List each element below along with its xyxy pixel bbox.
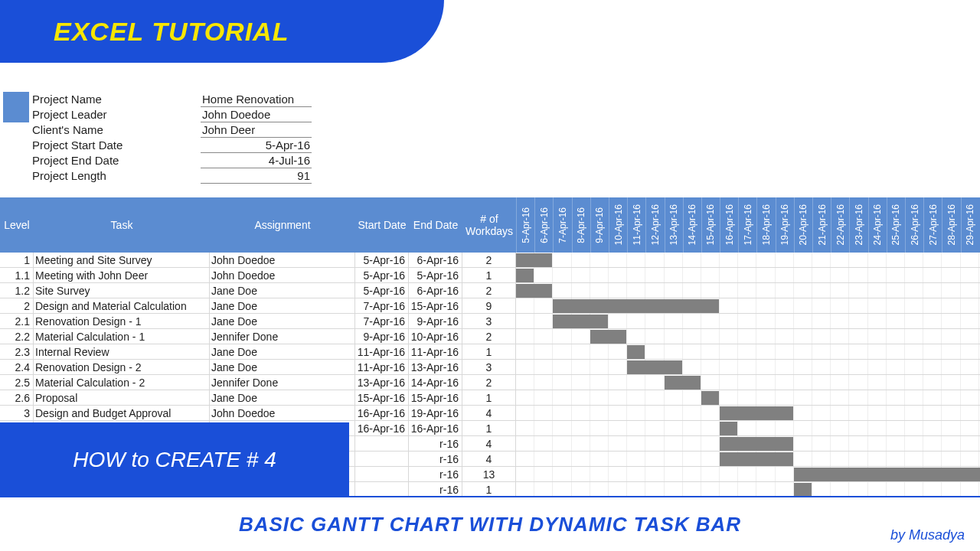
cell-wdays[interactable]: 3 — [462, 360, 516, 374]
cell-sdate[interactable]: 5-Apr-16 — [355, 283, 409, 298]
info-value[interactable]: John Deer — [201, 122, 312, 138]
cell-sdate[interactable]: 9-Apr-16 — [355, 329, 409, 344]
cell-task[interactable]: Meeting and Site Survey — [34, 253, 210, 267]
date-col[interactable]: 11-Apr-16 — [627, 197, 645, 253]
cell-edate[interactable]: 15-Apr-16 — [409, 298, 462, 313]
cell-wdays[interactable]: 1 — [462, 421, 516, 435]
cell-sdate[interactable]: 15-Apr-16 — [355, 390, 409, 405]
cell-task[interactable]: Internal Review — [34, 344, 210, 359]
gantt-bar[interactable] — [516, 284, 552, 298]
cell-level[interactable]: 1.2 — [0, 283, 34, 298]
date-col[interactable]: 26-Apr-16 — [905, 197, 923, 253]
info-value[interactable]: 4-Jul-16 — [201, 153, 312, 168]
cell-wdays[interactable]: 2 — [462, 329, 516, 344]
date-col[interactable]: 25-Apr-16 — [887, 197, 905, 253]
cell-wdays[interactable]: 1 — [462, 390, 516, 405]
cell-sdate[interactable] — [355, 467, 409, 481]
cell-edate[interactable]: 14-Apr-16 — [409, 375, 462, 390]
cell-wdays[interactable]: 9 — [462, 298, 516, 313]
cell-sdate[interactable]: 13-Apr-16 — [355, 375, 409, 390]
gantt-bar[interactable] — [627, 360, 682, 374]
cell-assign[interactable]: Jane Doe — [210, 298, 355, 313]
table-row[interactable]: 2Design and Material CalculationJane Doe… — [0, 298, 980, 314]
cell-level[interactable]: 1.1 — [0, 268, 34, 282]
cell-wdays[interactable]: 4 — [462, 406, 516, 420]
cell-edate[interactable]: 5-Apr-16 — [409, 268, 462, 282]
cell-wdays[interactable]: 1 — [462, 344, 516, 359]
cell-edate[interactable]: 10-Apr-16 — [409, 329, 462, 344]
cell-assign[interactable]: Jane Doe — [210, 390, 355, 405]
table-row[interactable]: 2.5Material Calculation - 2Jennifer Done… — [0, 375, 980, 390]
gantt-bar[interactable] — [720, 437, 793, 451]
gantt-bar[interactable] — [720, 422, 737, 435]
cell-edate[interactable]: 11-Apr-16 — [409, 344, 462, 359]
cell-assign[interactable]: Jane Doe — [210, 360, 355, 374]
table-row[interactable]: 2.3Internal ReviewJane Doe11-Apr-1611-Ap… — [0, 344, 980, 360]
cell-edate[interactable]: 6-Apr-16 — [409, 283, 462, 298]
cell-task[interactable]: Site Survey — [34, 283, 210, 298]
cell-level[interactable]: 2.3 — [0, 344, 34, 359]
cell-sdate[interactable]: 5-Apr-16 — [355, 253, 409, 267]
date-col[interactable]: 21-Apr-16 — [812, 197, 831, 253]
date-col[interactable]: 12-Apr-16 — [645, 197, 664, 253]
info-value[interactable]: 5-Apr-16 — [201, 138, 312, 153]
cell-level[interactable]: 2.1 — [0, 314, 34, 328]
cell-edate[interactable]: r-16 — [409, 467, 462, 481]
cell-edate[interactable]: 13-Apr-16 — [409, 360, 462, 374]
cell-level[interactable]: 2 — [0, 298, 34, 313]
cell-edate[interactable]: 19-Apr-16 — [409, 406, 462, 420]
cell-wdays[interactable]: 2 — [462, 253, 516, 267]
col-end-date[interactable]: End Date — [409, 219, 462, 231]
cell-level[interactable]: 2.5 — [0, 375, 34, 390]
cell-task[interactable]: Renovation Design - 2 — [34, 360, 210, 374]
date-col[interactable]: 15-Apr-16 — [701, 197, 720, 253]
cell-wdays[interactable]: 1 — [462, 268, 516, 282]
cell-task[interactable]: Proposal — [34, 390, 210, 405]
info-value[interactable]: 91 — [201, 168, 312, 184]
date-col[interactable]: 8-Apr-16 — [572, 197, 590, 253]
info-value[interactable]: John Doedoe — [201, 107, 312, 122]
gantt-bar[interactable] — [553, 299, 719, 313]
gantt-bar[interactable] — [627, 345, 645, 359]
gantt-bar[interactable] — [590, 330, 626, 344]
gantt-bar[interactable] — [720, 406, 793, 420]
cell-task[interactable]: Material Calculation - 2 — [34, 375, 210, 390]
table-row[interactable]: 2.1Renovation Design - 1Jane Doe7-Apr-16… — [0, 314, 980, 329]
date-col[interactable]: 18-Apr-16 — [756, 197, 775, 253]
cell-task[interactable]: Meeting with John Deer — [34, 268, 210, 282]
cell-wdays[interactable]: 3 — [462, 314, 516, 328]
col-start-date[interactable]: Start Date — [355, 219, 409, 231]
cell-task[interactable]: Material Calculation - 1 — [34, 329, 210, 344]
cell-sdate[interactable]: 5-Apr-16 — [355, 268, 409, 282]
cell-wdays[interactable]: 2 — [462, 283, 516, 298]
cell-assign[interactable]: Jennifer Done — [210, 375, 355, 390]
date-col[interactable]: 24-Apr-16 — [868, 197, 887, 253]
date-col[interactable]: 13-Apr-16 — [665, 197, 683, 253]
cell-edate[interactable]: 6-Apr-16 — [409, 253, 462, 267]
cell-assign[interactable]: John Doedoe — [210, 268, 355, 282]
cell-edate[interactable]: 16-Apr-16 — [409, 421, 462, 435]
gantt-bar[interactable] — [701, 391, 719, 405]
cell-assign[interactable]: John Doedoe — [210, 406, 355, 420]
cell-wdays[interactable]: 4 — [462, 452, 516, 466]
date-col[interactable]: 9-Apr-16 — [590, 197, 609, 253]
cell-sdate[interactable]: 7-Apr-16 — [355, 314, 409, 328]
date-col[interactable]: 17-Apr-16 — [738, 197, 756, 253]
date-col[interactable]: 23-Apr-16 — [849, 197, 867, 253]
gantt-bar[interactable] — [720, 452, 793, 466]
date-col[interactable]: 28-Apr-16 — [942, 197, 960, 253]
table-row[interactable]: 2.6ProposalJane Doe15-Apr-1615-Apr-161 — [0, 390, 980, 406]
date-col[interactable]: 14-Apr-16 — [683, 197, 701, 253]
cell-level[interactable]: 2.2 — [0, 329, 34, 344]
info-value[interactable]: Home Renovation — [201, 92, 312, 107]
table-row[interactable]: 2.2Material Calculation - 1Jennifer Done… — [0, 329, 980, 344]
cell-task[interactable]: Design and Material Calculation — [34, 298, 210, 313]
cell-sdate[interactable]: 11-Apr-16 — [355, 360, 409, 374]
cell-sdate[interactable] — [355, 436, 409, 451]
col-task[interactable]: Task — [34, 219, 210, 231]
cell-edate[interactable]: r-16 — [409, 482, 462, 497]
cell-assign[interactable]: Jennifer Done — [210, 329, 355, 344]
table-row[interactable]: 1Meeting and Site SurveyJohn Doedoe5-Apr… — [0, 253, 980, 268]
gantt-bar[interactable] — [794, 468, 980, 481]
cell-wdays[interactable]: 13 — [462, 467, 516, 481]
